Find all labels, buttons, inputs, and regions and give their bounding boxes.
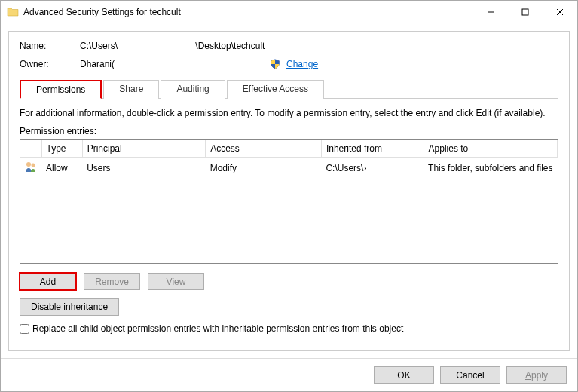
close-button[interactable]: [543, 1, 577, 23]
entries-label: Permission entries:: [20, 126, 558, 136]
apply-button: Apply: [506, 366, 567, 384]
action-buttons: Add Remove View: [20, 273, 558, 290]
remove-button: Remove: [84, 273, 140, 290]
tab-effective-access[interactable]: Effective Access: [227, 80, 324, 99]
change-owner-link[interactable]: Change: [286, 59, 318, 69]
replace-checkbox[interactable]: [20, 324, 29, 334]
footer-buttons: OK Cancel Apply: [1, 358, 577, 391]
add-button[interactable]: Add: [20, 273, 76, 290]
users-icon: [25, 164, 37, 175]
col-icon[interactable]: [20, 140, 41, 158]
content-area: Name: C:\Users\ \Desktop\techcult Owner:…: [8, 31, 570, 351]
col-applies[interactable]: Applies to: [424, 140, 557, 158]
info-grid: Name: C:\Users\ \Desktop\techcult Owner:…: [20, 41, 558, 69]
cell-type: Allow: [41, 158, 82, 179]
cell-access: Modify: [206, 158, 322, 179]
cell-applies: This folder, subfolders and files: [424, 158, 557, 179]
minimize-button[interactable]: [473, 1, 508, 23]
svg-point-5: [32, 164, 35, 167]
col-type[interactable]: Type: [41, 140, 82, 158]
inheritance-row: Disable inheritance: [20, 298, 558, 323]
col-principal[interactable]: Principal: [82, 140, 206, 158]
tab-auditing[interactable]: Auditing: [161, 80, 225, 99]
svg-point-4: [26, 162, 31, 167]
col-inherited[interactable]: Inherited from: [321, 140, 424, 158]
window: Advanced Security Settings for techcult …: [0, 0, 578, 392]
ok-button[interactable]: OK: [374, 366, 434, 384]
name-value: C:\Users\ \Desktop\techcult: [80, 41, 558, 51]
tab-share[interactable]: Share: [103, 80, 159, 99]
owner-value: Dharani(: [80, 59, 115, 69]
cell-inherited: C:\Users\›: [321, 158, 424, 179]
table-header-row: Type Principal Access Inherited from App…: [20, 140, 558, 158]
table-row[interactable]: Allow Users Modify C:\Users\› This folde…: [20, 158, 558, 179]
window-title: Advanced Security Settings for techcult: [23, 7, 473, 17]
permission-table: Type Principal Access Inherited from App…: [20, 139, 558, 264]
disable-inheritance-button[interactable]: Disable inheritance: [20, 298, 119, 316]
col-access[interactable]: Access: [206, 140, 322, 158]
shield-icon: [270, 59, 280, 69]
owner-row: Dharani( Change: [80, 59, 558, 69]
cancel-button[interactable]: Cancel: [440, 366, 500, 384]
tabs: Permissions Share Auditing Effective Acc…: [20, 80, 558, 99]
maximize-button[interactable]: [508, 1, 543, 23]
svg-rect-1: [522, 9, 528, 15]
replace-checkbox-row[interactable]: Replace all child object permission entr…: [20, 323, 558, 334]
description-text: For additional information, double-click…: [20, 108, 558, 118]
name-label: Name:: [20, 41, 80, 51]
owner-label: Owner:: [20, 59, 80, 69]
cell-principal: Users: [82, 158, 206, 179]
row-icon-cell: [20, 158, 41, 179]
titlebar: Advanced Security Settings for techcult: [1, 1, 577, 23]
replace-checkbox-label: Replace all child object permission entr…: [32, 323, 403, 334]
view-button: View: [148, 273, 204, 290]
tab-permissions[interactable]: Permissions: [20, 80, 102, 99]
folder-icon: [7, 6, 19, 18]
